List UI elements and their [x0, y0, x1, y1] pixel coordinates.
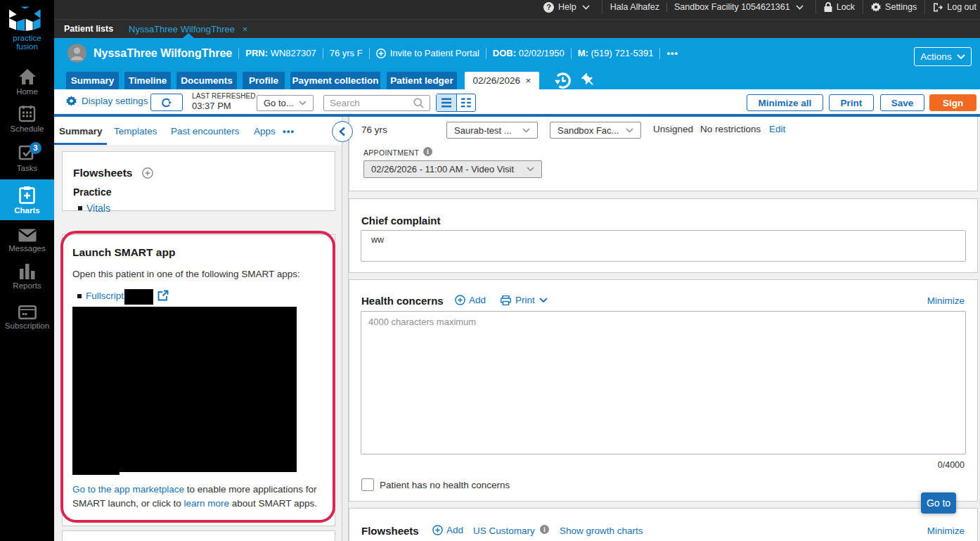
svg-text:?: ? — [546, 3, 551, 11]
